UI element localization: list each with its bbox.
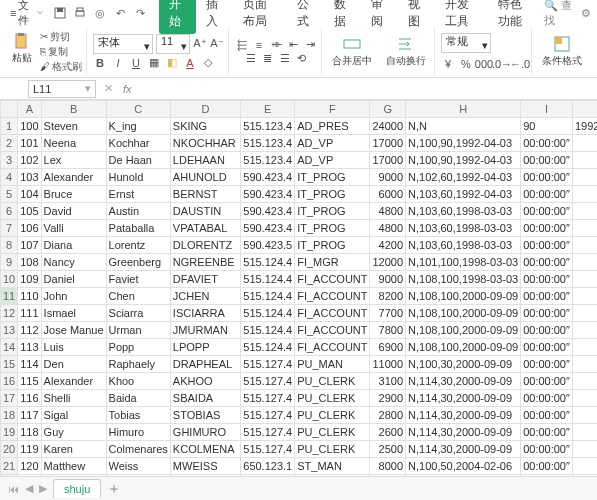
- row-header[interactable]: 19: [1, 424, 18, 441]
- cell[interactable]: 17000: [370, 135, 406, 152]
- col-header-J[interactable]: J: [572, 101, 597, 118]
- cell[interactable]: 590.423.4: [241, 220, 295, 237]
- shrink-font-icon[interactable]: A⁻: [210, 37, 224, 51]
- cell[interactable]: 515.127.4: [241, 356, 295, 373]
- cell[interactable]: N,114,30,2000-09-09: [406, 424, 521, 441]
- cell[interactable]: VPATABAL: [170, 220, 240, 237]
- row-header[interactable]: 7: [1, 220, 18, 237]
- cell[interactable]: 00:00:00″: [521, 203, 573, 220]
- cell[interactable]: N,100,90,1992-04-03: [406, 135, 521, 152]
- cell[interactable]: 515.124.4: [241, 288, 295, 305]
- row-header[interactable]: 8: [1, 237, 18, 254]
- cell[interactable]: 1992/4/3 0:00: [572, 118, 597, 135]
- cell[interactable]: N,103,60,1998-03-03: [406, 237, 521, 254]
- cell[interactable]: LPOPP: [170, 339, 240, 356]
- clear-format-button[interactable]: ◇: [201, 56, 215, 70]
- cell[interactable]: FI_ACCOUNT: [295, 305, 370, 322]
- cell[interactable]: 12000: [370, 254, 406, 271]
- cell[interactable]: Ernst: [106, 186, 170, 203]
- cell[interactable]: IT_PROG: [295, 220, 370, 237]
- cell[interactable]: MWEISS: [170, 458, 240, 475]
- grid[interactable]: ABCDEFGHIJK 1100StevenK_ingSKING515.123.…: [0, 100, 597, 480]
- cell[interactable]: DAUSTIN: [170, 203, 240, 220]
- cell[interactable]: Sciarra: [106, 305, 170, 322]
- cell[interactable]: 108: [18, 254, 41, 271]
- cell[interactable]: [572, 152, 597, 169]
- row-header[interactable]: 15: [1, 356, 18, 373]
- cell[interactable]: [572, 424, 597, 441]
- cell[interactable]: N,114,30,2000-09-09: [406, 407, 521, 424]
- cell[interactable]: [572, 220, 597, 237]
- cell[interactable]: 101: [18, 135, 41, 152]
- dec-decimal-icon[interactable]: ←.0: [513, 57, 527, 71]
- cell[interactable]: K_ing: [106, 118, 170, 135]
- add-sheet-button[interactable]: ＋: [107, 480, 121, 498]
- cell[interactable]: 00:00:00″: [521, 407, 573, 424]
- cell[interactable]: 17000: [370, 152, 406, 169]
- formula-input[interactable]: [138, 80, 597, 98]
- cell[interactable]: Faviet: [106, 271, 170, 288]
- cell[interactable]: 106: [18, 220, 41, 237]
- cell[interactable]: 00:00:00″: [521, 390, 573, 407]
- col-header-C[interactable]: C: [106, 101, 170, 118]
- inc-decimal-icon[interactable]: .0→: [495, 57, 509, 71]
- cell[interactable]: N,108,100,2000-09-09: [406, 305, 521, 322]
- cell[interactable]: N,108,100,1998-03-03: [406, 271, 521, 288]
- cell[interactable]: 515.124.4: [241, 322, 295, 339]
- cell[interactable]: SBAIDA: [170, 390, 240, 407]
- sheet-area[interactable]: ABCDEFGHIJK 1100StevenK_ingSKING515.123.…: [0, 100, 597, 480]
- cell[interactable]: Alexander: [41, 373, 106, 390]
- cell[interactable]: 116: [18, 390, 41, 407]
- cell[interactable]: NKOCHHAR: [170, 135, 240, 152]
- cell[interactable]: N,100,30,2000-09-09: [406, 356, 521, 373]
- cell[interactable]: Urman: [106, 322, 170, 339]
- cell[interactable]: [572, 407, 597, 424]
- cell[interactable]: 00:00:00″: [521, 169, 573, 186]
- cell[interactable]: N,108,100,2000-09-09: [406, 322, 521, 339]
- cell[interactable]: Chen: [106, 288, 170, 305]
- cell[interactable]: Steven: [41, 118, 106, 135]
- cell[interactable]: IT_PROG: [295, 237, 370, 254]
- col-header-D[interactable]: D: [170, 101, 240, 118]
- cell[interactable]: Ismael: [41, 305, 106, 322]
- currency-icon[interactable]: ¥: [441, 57, 455, 71]
- cell[interactable]: 515.127.4: [241, 373, 295, 390]
- col-header-A[interactable]: A: [18, 101, 41, 118]
- cell[interactable]: 2500: [370, 441, 406, 458]
- cell[interactable]: 515.124.4: [241, 271, 295, 288]
- cell[interactable]: FI_ACCOUNT: [295, 288, 370, 305]
- cell[interactable]: AD_VP: [295, 135, 370, 152]
- indent-left-icon[interactable]: ⇤: [286, 38, 300, 52]
- paste-button[interactable]: 粘贴: [8, 30, 36, 74]
- format-painter-button[interactable]: 🖌 格式刷: [40, 60, 82, 74]
- row-header[interactable]: 9: [1, 254, 18, 271]
- cell[interactable]: 4800: [370, 220, 406, 237]
- row-header[interactable]: 3: [1, 152, 18, 169]
- orientation-icon[interactable]: ⟲: [295, 52, 309, 66]
- search-link[interactable]: 🔍 查找: [544, 0, 573, 28]
- font-name-select[interactable]: 宋体▾: [93, 34, 153, 54]
- cell[interactable]: [572, 305, 597, 322]
- row-header[interactable]: 2: [1, 135, 18, 152]
- cell[interactable]: Nancy: [41, 254, 106, 271]
- col-header-G[interactable]: G: [370, 101, 406, 118]
- number-format-select[interactable]: 常规▾: [441, 33, 491, 53]
- cell[interactable]: [572, 322, 597, 339]
- cell[interactable]: 650.123.1: [241, 458, 295, 475]
- cell[interactable]: Austin: [106, 203, 170, 220]
- cell[interactable]: JMURMAN: [170, 322, 240, 339]
- cell[interactable]: Alexander: [41, 169, 106, 186]
- align-middle-icon[interactable]: ≡: [252, 38, 266, 52]
- cell[interactable]: 515.127.4: [241, 441, 295, 458]
- cell[interactable]: STOBIAS: [170, 407, 240, 424]
- cell[interactable]: Pataballa: [106, 220, 170, 237]
- cell[interactable]: N,108,100,2000-09-09: [406, 288, 521, 305]
- col-header-B[interactable]: B: [41, 101, 106, 118]
- cell[interactable]: 00:00:00″: [521, 356, 573, 373]
- select-all-corner[interactable]: [1, 101, 18, 118]
- cell[interactable]: [572, 135, 597, 152]
- cell[interactable]: Hunold: [106, 169, 170, 186]
- cell[interactable]: 11000: [370, 356, 406, 373]
- cell[interactable]: 109: [18, 271, 41, 288]
- cell[interactable]: 6000: [370, 186, 406, 203]
